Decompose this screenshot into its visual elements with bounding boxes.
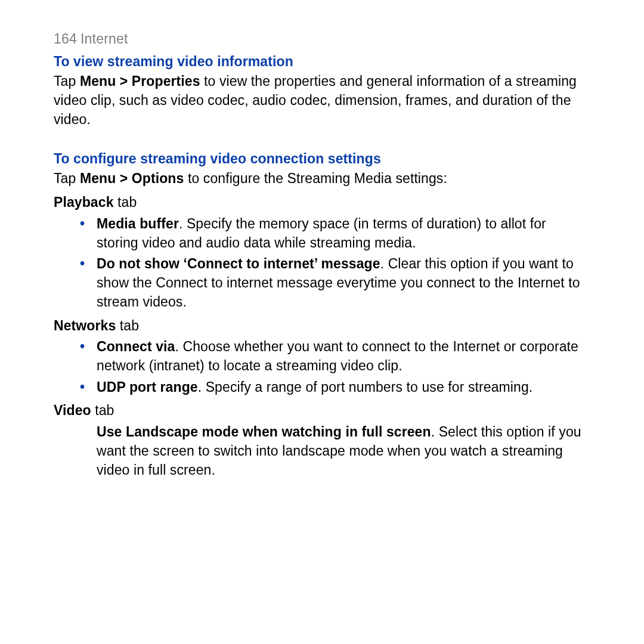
text: tab <box>114 194 137 210</box>
tab-name: Playback <box>54 194 114 210</box>
list-item: Do not show ‘Connect to internet’ messag… <box>54 255 590 311</box>
tab-name: Networks <box>54 318 116 333</box>
item-term: Connect via <box>97 339 175 354</box>
playback-tab-label: Playback tab <box>54 193 590 212</box>
page-number: 164 <box>54 31 77 47</box>
text: to configure the Streaming Media setting… <box>184 171 447 186</box>
text: tab <box>116 318 139 333</box>
item-term: Do not show ‘Connect to internet’ messag… <box>97 256 380 271</box>
heading-configure: To configure streaming video connection … <box>54 150 590 169</box>
tab-name: Video <box>54 402 91 418</box>
item-term: UDP port range <box>97 379 198 395</box>
text: Tap <box>54 171 80 186</box>
text: Tap <box>54 73 80 89</box>
playback-bullets: Media buffer. Specify the memory space (… <box>54 215 590 312</box>
paragraph-configure-intro: Tap Menu > Options to configure the Stre… <box>54 169 590 188</box>
text: tab <box>91 402 114 418</box>
networks-tab-label: Networks tab <box>54 317 590 336</box>
document-page: 164Internet To view streaming video info… <box>0 0 644 479</box>
item-text: . Specify a range of port numbers to use… <box>198 379 533 395</box>
networks-bullets: Connect via. Choose whether you want to … <box>54 338 590 397</box>
heading-view-info: To view streaming video information <box>54 52 590 72</box>
page-header: 164Internet <box>54 30 590 49</box>
list-item: UDP port range. Specify a range of port … <box>54 378 590 397</box>
item-term: Media buffer <box>97 216 179 231</box>
video-item: Use Landscape mode when watching in full… <box>54 423 590 479</box>
section-title: Internet <box>80 31 128 47</box>
video-tab-label: Video tab <box>54 401 590 420</box>
list-item: Connect via. Choose whether you want to … <box>54 338 590 375</box>
menu-path: Menu > Properties <box>80 73 200 89</box>
menu-path: Menu > Options <box>80 171 184 186</box>
list-item: Media buffer. Specify the memory space (… <box>54 215 590 252</box>
paragraph-view-info: Tap Menu > Properties to view the proper… <box>54 72 590 129</box>
item-term: Use Landscape mode when watching in full… <box>97 424 431 439</box>
